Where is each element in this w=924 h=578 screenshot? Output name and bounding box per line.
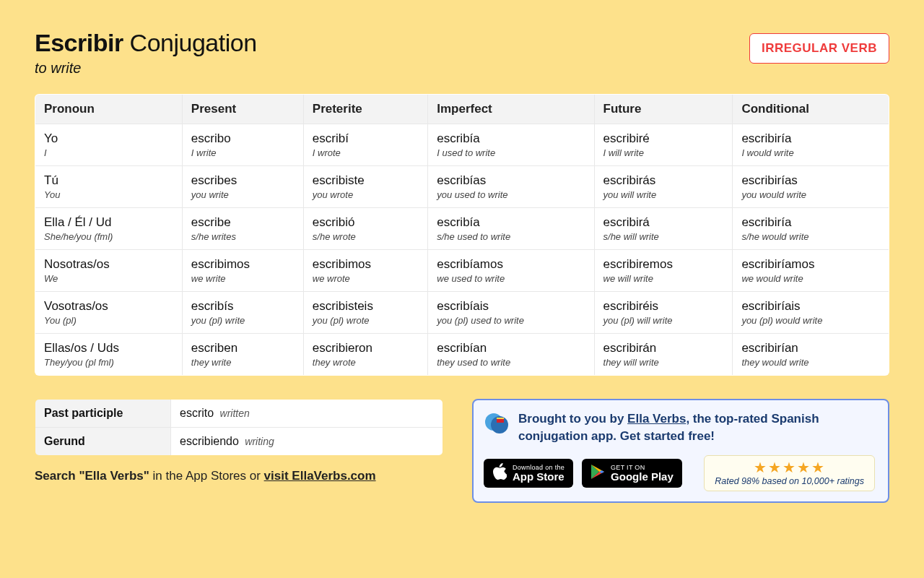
irregular-badge: IRREGULAR VERB (749, 33, 889, 64)
table-row: YoIescriboI writeescribíI wroteescribíaI… (35, 124, 889, 166)
conjugation-cell: escriboI write (182, 124, 303, 166)
column-header: Preterite (303, 95, 427, 124)
conjugation-cell: escribiríasyou would write (733, 166, 889, 208)
page-title: Escribir Conjugation (35, 29, 257, 57)
visit-link[interactable]: visit EllaVerbs.com (264, 469, 376, 483)
conjugation-cell: escribimoswe write (182, 250, 303, 292)
appstore-bot: App Store (513, 471, 565, 482)
pronoun-cell: Ellas/os / UdsThey/you (pl fml) (35, 334, 183, 376)
verb-name: Escribir (35, 29, 123, 56)
conjugation-cell: escribiréisyou (pl) will write (594, 292, 733, 334)
stars-icon: ★★★★★ (715, 460, 864, 475)
conjugation-cell: escribimoswe wrote (303, 250, 427, 292)
app-logo-icon (484, 410, 510, 436)
conjugation-cell: escribiránthey will write (594, 334, 733, 376)
search-quoted: "Ella Verbs" (79, 469, 149, 483)
conjugation-cell: escribirásyou will write (594, 166, 733, 208)
conjugation-cell: escribiremoswe will write (594, 250, 733, 292)
pronoun-cell: Vosotras/osYou (pl) (35, 292, 183, 334)
column-header: Future (594, 95, 733, 124)
conjugation-table: PronounPresentPreteriteImperfectFutureCo… (35, 94, 889, 376)
pronoun-cell: Nosotras/osWe (35, 250, 183, 292)
conjugation-cell: escribieronthey wrote (303, 334, 427, 376)
conjugation-cell: escribías/he used to write (428, 208, 594, 250)
appstore-button[interactable]: Download on the App Store (484, 459, 573, 488)
conjugation-word: Conjugation (130, 29, 257, 56)
apple-icon (492, 463, 507, 483)
column-header: Conditional (733, 95, 889, 124)
conjugation-cell: escribíaI used to write (428, 124, 594, 166)
conjugation-cell: escribísyou (pl) write (182, 292, 303, 334)
play-icon (590, 464, 605, 483)
svg-rect-3 (497, 418, 504, 419)
conjugation-cell: escribisteisyou (pl) wrote (303, 292, 427, 334)
table-row: Vosotras/osYou (pl)escribísyou (pl) writ… (35, 292, 889, 334)
participle-table: Past participleescrito writtenGerundescr… (35, 399, 443, 456)
conjugation-cell: escribíaisyou (pl) used to write (428, 292, 594, 334)
page-title-block: Escribir Conjugation to write (35, 29, 257, 77)
conjugation-cell: escribíamoswe used to write (428, 250, 594, 292)
conjugation-cell: escribiríaI would write (733, 124, 889, 166)
participle-row: Gerundescribiendo writing (35, 428, 443, 456)
conjugation-cell: escribíasyou used to write (428, 166, 594, 208)
table-row: TúYouescribesyou writeescribisteyou wrot… (35, 166, 889, 208)
conjugation-cell: escribirás/he will write (594, 208, 733, 250)
rating-text: Rated 98% based on 10,000+ ratings (715, 476, 864, 486)
table-row: Ellas/os / UdsThey/you (pl fml)escribent… (35, 334, 889, 376)
conjugation-cell: escribirías/he would write (733, 208, 889, 250)
search-mid: in the App Stores or (149, 469, 264, 483)
conjugation-cell: escribiríanthey would write (733, 334, 889, 376)
participle-label: Past participle (35, 400, 171, 428)
play-bot: Google Play (611, 471, 674, 482)
rating-box: ★★★★★ Rated 98% based on 10,000+ ratings (704, 455, 875, 491)
search-prefix: Search (35, 469, 79, 483)
promo-text: Brought to you by Ella Verbs, the top-ra… (518, 410, 875, 445)
promo-link[interactable]: Ella Verbs (627, 412, 686, 426)
search-line: Search "Ella Verbs" in the App Stores or… (35, 469, 443, 483)
column-header: Pronoun (35, 95, 183, 124)
participle-row: Past participleescrito written (35, 400, 443, 428)
conjugation-cell: escribiós/he wrote (303, 208, 427, 250)
pronoun-cell: Ella / Él / UdShe/he/you (fml) (35, 208, 183, 250)
participle-value: escribiendo writing (171, 428, 443, 456)
verb-translation: to write (35, 60, 257, 77)
table-row: Ella / Él / UdShe/he/you (fml)escribes/h… (35, 208, 889, 250)
pronoun-cell: TúYou (35, 166, 183, 208)
column-header: Present (182, 95, 303, 124)
conjugation-cell: escribiríamoswe would write (733, 250, 889, 292)
table-row: Nosotras/osWeescribimoswe writeescribimo… (35, 250, 889, 292)
conjugation-cell: escribisteyou wrote (303, 166, 427, 208)
conjugation-cell: escribenthey write (182, 334, 303, 376)
participle-value: escrito written (171, 400, 443, 428)
googleplay-button[interactable]: GET IT ON Google Play (582, 459, 682, 488)
conjugation-cell: escribiréI will write (594, 124, 733, 166)
conjugation-cell: escribes/he writes (182, 208, 303, 250)
conjugation-cell: escribíanthey used to write (428, 334, 594, 376)
participle-label: Gerund (35, 428, 171, 456)
conjugation-cell: escribíI wrote (303, 124, 427, 166)
promo-box: Brought to you by Ella Verbs, the top-ra… (472, 399, 889, 503)
conjugation-cell: escribesyou write (182, 166, 303, 208)
promo-prefix: Brought to you by (518, 412, 627, 426)
column-header: Imperfect (428, 95, 594, 124)
conjugation-cell: escribiríaisyou (pl) would write (733, 292, 889, 334)
pronoun-cell: YoI (35, 124, 183, 166)
